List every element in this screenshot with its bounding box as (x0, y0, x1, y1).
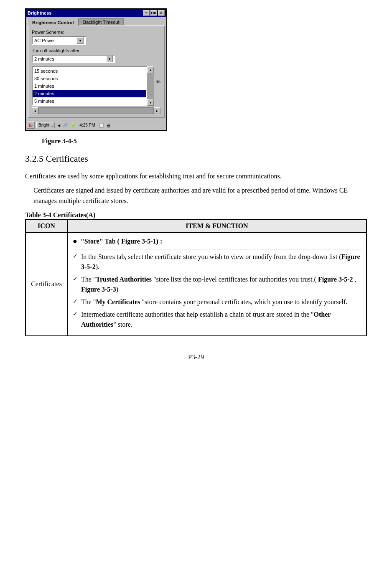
checkmark-icon-2: ✓ (73, 274, 78, 283)
ok-button[interactable]: OK (150, 10, 157, 16)
screenshot-container: Brightness ? OK × Brightness Control Bac… (25, 8, 367, 131)
stores-tab-text: In the Stores tab, select the certificat… (81, 252, 361, 272)
icon-cell: Certificates (25, 233, 67, 336)
checkmark-icon-1: ✓ (73, 252, 78, 261)
win-tabs: Brightness Control Backlight Timeout (26, 17, 166, 25)
tab-brightness-control[interactable]: Brightness Control (28, 19, 79, 26)
intermediate-text: Intermediate certificate authorities tha… (81, 310, 361, 330)
taskbar-notify-icon: 📋 (99, 122, 104, 128)
turn-off-dropdown-row: 2 minutes ▼ (32, 55, 160, 63)
win-titlebar: Brightness ? OK × (26, 9, 166, 17)
my-certs-text: The "My Certificates "store contains you… (81, 297, 347, 307)
checkmark-icon-3: ✓ (73, 297, 78, 306)
trusted-auth-text: The "Trusted Authorities "store lists th… (81, 274, 361, 295)
dialog-title: Brightness (28, 10, 51, 15)
certificates-table: ICON ITEM & FUNCTION Certificates ● "Sto… (25, 219, 367, 336)
store-tab-text: "Store" Tab ( Figure 3-5-1) : (81, 236, 162, 246)
list-item-stores-tab: ✓ In the Stores tab, select the certific… (73, 252, 361, 272)
taskbar-clock: 4:25 PM (78, 123, 97, 127)
scroll-left-button[interactable]: ◄ (32, 107, 38, 114)
bottom-scrollbar: ◄ ► (32, 107, 160, 114)
checkmark-icon-4: ✓ (73, 310, 78, 318)
taskbar-battery-icon: 🔋 (70, 122, 76, 128)
win-taskbar: ⊞ Bright... ◄ 🔗 🔋 4:25 PM 📋 🖨 (26, 120, 166, 130)
list-item-1min[interactable]: 1 minutes (33, 82, 146, 90)
table-row: Certificates ● "Store" Tab ( Figure 3-5-… (25, 233, 367, 336)
list-item-5min[interactable]: 5 minutes (33, 97, 146, 105)
function-cell: ● "Store" Tab ( Figure 3-5-1) : ✓ In the… (67, 233, 367, 336)
list-item-30sec[interactable]: 30 seconds (33, 75, 146, 82)
listbox-area: 15 seconds 30 seconds 1 minutes 2 minute… (32, 66, 154, 106)
table-title: Table 3-4 Certificates(A) (25, 211, 367, 219)
win-tab-content: Power Scheme: AC Power ▼ Turn off backli… (28, 25, 165, 118)
section-heading: 3.2.5 Certificates (25, 153, 367, 164)
col-function-header: ITEM & FUNCTION (67, 219, 367, 233)
horizontal-scroll-track (38, 107, 154, 114)
dropdown-arrow-icon[interactable]: ▼ (77, 37, 84, 44)
tab-backlight-timeout[interactable]: Backlight Timeout (79, 18, 124, 25)
taskbar-printer-icon: 🖨 (106, 123, 111, 128)
power-scheme-row: AC Power ▼ (32, 36, 160, 45)
taskbar-bright-label: Bright... (38, 123, 53, 127)
start-button[interactable]: ⊞ (27, 122, 35, 129)
figure-3-5-2-ref2: Figure 3-5-2 (318, 276, 353, 283)
taskbar-separator1: ◄ (56, 123, 61, 128)
trusted-authorities-bold: Trusted Authorities (96, 276, 151, 283)
turn-off-listbox[interactable]: 15 seconds 30 seconds 1 minutes 2 minute… (32, 66, 147, 106)
titlebar-buttons: ? OK × (143, 10, 165, 16)
col-icon-header: ICON (25, 219, 67, 233)
partial-seconds-label: ds (155, 79, 160, 84)
list-item-2min[interactable]: 2 minutes (33, 90, 146, 97)
turn-off-label: Turn off backlights after: (32, 48, 160, 53)
figure-3-5-3-ref: Figure 3-5-3 (81, 286, 116, 293)
scroll-up-button[interactable]: ▲ (147, 66, 154, 73)
scroll-track (147, 73, 154, 99)
figure-caption: Figure 3-4-5 (42, 137, 367, 145)
list-item-store-tab: ● "Store" Tab ( Figure 3-5-1) : (73, 236, 361, 246)
other-authorities-bold: Other Authorities (81, 311, 331, 328)
list-item-my-certs: ✓ The "My Certificates "store contains y… (73, 297, 361, 307)
store-tab-bold: "Store" Tab ( Figure 3-5-1) : (81, 238, 162, 245)
taskbar-antenna-icon: 🔗 (63, 122, 69, 128)
windows-flag-icon: ⊞ (29, 122, 33, 128)
function-list: ● "Store" Tab ( Figure 3-5-1) : ✓ In the… (73, 236, 361, 330)
listbox-section: 15 seconds 30 seconds 1 minutes 2 minute… (32, 66, 160, 106)
scroll-right-button[interactable]: ► (154, 107, 160, 114)
page-number: P3-29 (25, 349, 367, 361)
paragraph-1: Certificates are used by some applicatio… (25, 171, 367, 182)
list-item-intermediate: ✓ Intermediate certificate authorities t… (73, 310, 361, 330)
power-scheme-label: Power Scheme: (32, 30, 160, 35)
power-scheme-dropdown[interactable]: AC Power ▼ (32, 36, 86, 45)
help-button[interactable]: ? (143, 10, 150, 16)
bullet-icon: ● (73, 236, 77, 246)
listbox-scrollbar[interactable]: ▲ ▼ (147, 66, 154, 106)
my-certificates-bold: My Certificates (96, 298, 140, 305)
table-header-row: ICON ITEM & FUNCTION (25, 219, 367, 233)
turn-off-dropdown-arrow-icon[interactable]: ▼ (106, 56, 113, 62)
list-item-15sec[interactable]: 15 seconds (33, 67, 146, 75)
paragraph-2: Certificates are signed and issued by ce… (33, 185, 367, 206)
figure-3-5-2-ref1: Figure 3-5-2 (81, 253, 360, 270)
scroll-down-button[interactable]: ▼ (147, 99, 154, 106)
close-button[interactable]: × (158, 10, 165, 16)
divider-1 (73, 249, 361, 249)
list-item-trusted-auth: ✓ The "Trusted Authorities "store lists … (73, 274, 361, 295)
taskbar-bright-item[interactable]: Bright... (36, 122, 55, 128)
turn-off-dropdown[interactable]: 2 minutes ▼ (32, 55, 115, 63)
win-dialog: Brightness ? OK × Brightness Control Bac… (25, 8, 167, 131)
